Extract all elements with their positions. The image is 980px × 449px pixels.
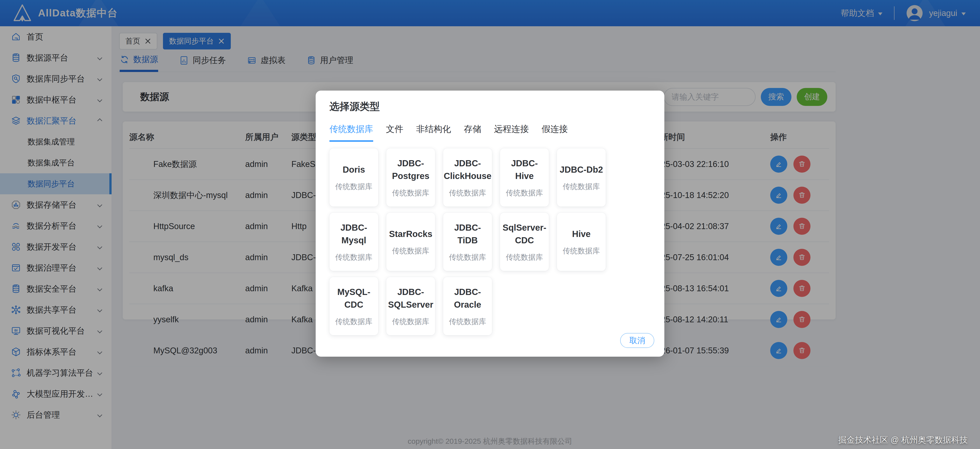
- source-type-card[interactable]: JDBC-Postgres 传统数据库: [386, 148, 435, 207]
- source-type-name: JDBC-SQLServer: [388, 285, 433, 311]
- source-type-name: JDBC-TiDB: [446, 221, 489, 247]
- source-type-name: SqlServer-CDC: [503, 221, 546, 247]
- source-type-card[interactable]: SqlServer-CDC 传统数据库: [500, 213, 549, 271]
- source-type-card[interactable]: JDBC-TiDB 传统数据库: [443, 213, 492, 271]
- source-type-name: JDBC-Postgres: [389, 157, 433, 182]
- source-type-category: 传统数据库: [335, 182, 372, 192]
- source-type-card[interactable]: JDBC-Db2 传统数据库: [557, 148, 606, 207]
- source-type-category: 传统数据库: [563, 246, 600, 256]
- modal-title: 选择源类型: [329, 100, 651, 113]
- source-category-tab[interactable]: 非结构化: [416, 123, 451, 142]
- watermark-text: 掘金技术社区 @ 杭州奥零数据科技: [838, 434, 968, 446]
- source-type-card[interactable]: MySQL-CDC 传统数据库: [329, 277, 378, 335]
- source-type-category: 传统数据库: [392, 188, 430, 198]
- source-category-tabs: 传统数据库文件非结构化存储远程连接假连接: [329, 123, 651, 142]
- source-type-category: 传统数据库: [563, 182, 600, 192]
- source-type-card[interactable]: JDBC-Hive 传统数据库: [500, 148, 549, 207]
- source-type-category: 传统数据库: [449, 317, 486, 327]
- cancel-button[interactable]: 取消: [620, 333, 654, 348]
- source-type-category: 传统数据库: [506, 252, 543, 262]
- source-type-card[interactable]: JDBC-Oracle 传统数据库: [443, 277, 492, 335]
- select-source-type-modal: 选择源类型 传统数据库文件非结构化存储远程连接假连接 Doris 传统数据库 J…: [316, 91, 664, 357]
- source-type-name: JDBC-Oracle: [446, 285, 489, 311]
- source-type-name: JDBC-Db2: [560, 163, 603, 176]
- source-type-category: 传统数据库: [449, 188, 486, 198]
- source-type-category: 传统数据库: [506, 188, 543, 198]
- source-category-tab[interactable]: 文件: [386, 123, 403, 142]
- source-type-card[interactable]: StarRocks 传统数据库: [386, 213, 435, 271]
- source-type-grid: Doris 传统数据库 JDBC-Postgres 传统数据库 JDBC-Cli…: [329, 148, 651, 335]
- source-type-card[interactable]: Doris 传统数据库: [329, 148, 378, 207]
- source-type-card[interactable]: JDBC-ClickHouse 传统数据库: [443, 148, 492, 207]
- source-category-tab[interactable]: 存储: [464, 123, 481, 142]
- source-type-name: JDBC-Hive: [503, 157, 546, 182]
- source-type-name: MySQL-CDC: [332, 285, 375, 311]
- source-type-card[interactable]: JDBC-SQLServer 传统数据库: [386, 277, 435, 335]
- source-category-tab[interactable]: 假连接: [542, 123, 568, 142]
- source-type-name: Doris: [342, 163, 365, 176]
- source-type-card[interactable]: JDBC-Mysql 传统数据库: [329, 213, 378, 271]
- source-type-category: 传统数据库: [449, 252, 486, 262]
- source-category-tab[interactable]: 传统数据库: [329, 123, 373, 142]
- source-type-name: JDBC-ClickHouse: [444, 157, 492, 182]
- source-type-name: Hive: [572, 228, 590, 240]
- source-type-name: StarRocks: [389, 228, 433, 240]
- source-type-category: 传统数据库: [335, 252, 372, 262]
- source-type-category: 传统数据库: [392, 246, 430, 256]
- source-category-tab[interactable]: 远程连接: [494, 123, 529, 142]
- source-type-name: JDBC-Mysql: [332, 221, 375, 247]
- source-type-category: 传统数据库: [392, 317, 430, 327]
- source-type-card[interactable]: Hive 传统数据库: [557, 213, 606, 271]
- source-type-category: 传统数据库: [335, 317, 372, 327]
